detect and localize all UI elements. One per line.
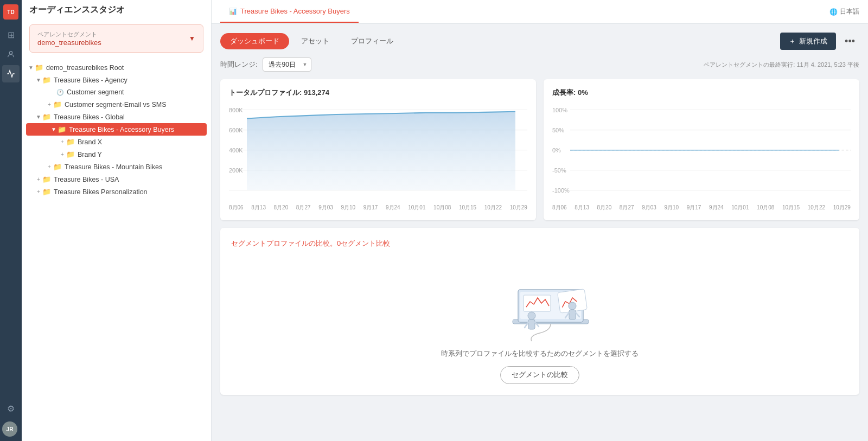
tree-item-usa[interactable]: + 📁 Treasure Bikes - USA bbox=[22, 173, 211, 186]
folder-icon: 📁 bbox=[35, 63, 43, 72]
new-button-label: 新規作成 bbox=[799, 36, 827, 46]
nav-home-icon[interactable]: ⊞ bbox=[2, 26, 20, 43]
chevron-down-icon: ▼ bbox=[189, 35, 195, 42]
sub-tab-dashboard[interactable]: ダッシュボード bbox=[220, 33, 289, 49]
total-profiles-chart-card: トータルプロファイル: 913,274 800K 600K 400K 200K bbox=[220, 79, 536, 220]
tree-toggle-brand-y[interactable]: + bbox=[59, 151, 66, 158]
svg-text:-100%: -100% bbox=[552, 187, 570, 194]
tree-item-brand-x[interactable]: + 📁 Brand X bbox=[22, 136, 211, 148]
svg-text:-50%: -50% bbox=[552, 167, 566, 174]
time-range-row: 時間レンジ: 過去90日 過去30日 過去7日 ペアレントセグメントの最終実行:… bbox=[220, 57, 859, 72]
segment-tree: ▼ 📁 demo_treasurebikes Root ▼ 📁 Treasure… bbox=[22, 57, 211, 441]
folder-icon: 📁 bbox=[42, 76, 51, 84]
tree-toggle-mountain-bikes[interactable]: + bbox=[46, 163, 53, 171]
svg-text:0%: 0% bbox=[552, 147, 561, 154]
tree-toggle-email-sms[interactable]: + bbox=[46, 101, 53, 108]
tab-label: Treasure Bikes - Accessory Buyers bbox=[240, 7, 350, 15]
comparison-illustration bbox=[496, 268, 583, 338]
illustration-svg bbox=[496, 268, 605, 355]
tree-label-customer-segment: Customer segment bbox=[67, 88, 124, 96]
comparison-card: セグメントプロファイルの比較。0セグメント比較 bbox=[220, 228, 859, 395]
last-exec-label: ペアレントセグメントの最終実行: 11月 4. 2021, 5:23 平後 bbox=[704, 61, 859, 69]
total-chart-x-labels: 8月06 8月13 8月20 8月27 9月03 9月10 9月17 9月24 … bbox=[229, 204, 527, 212]
tree-item-email-sms[interactable]: + 📁 Customer segment-Email vs SMS bbox=[22, 98, 211, 111]
folder-icon: 📁 bbox=[42, 113, 51, 121]
folder-icon: 📁 bbox=[42, 175, 51, 183]
svg-text:50%: 50% bbox=[552, 127, 564, 133]
tree-item-personalization[interactable]: + 📁 Treasure Bikes Personalization bbox=[22, 186, 211, 198]
tree-toggle-accessory-buyers[interactable]: ▼ bbox=[50, 126, 58, 133]
comparison-subtitle: 0セグメント比較 bbox=[337, 239, 390, 247]
tree-toggle-agency[interactable]: ▼ bbox=[35, 76, 42, 84]
tree-label-email-sms: Customer segment-Email vs SMS bbox=[65, 101, 167, 108]
nav-rail: TD ⊞ ⚙ JR bbox=[0, 0, 22, 441]
plus-icon: ＋ bbox=[789, 36, 796, 46]
app-logo: TD bbox=[3, 4, 18, 20]
tree-toggle-global[interactable]: ▼ bbox=[35, 113, 42, 121]
time-range-select[interactable]: 過去90日 過去30日 過去7日 bbox=[263, 57, 311, 72]
nav-avatar: JR bbox=[2, 421, 17, 437]
growth-rate-chart-card: 成長率: 0% 100% 50% 0% -50% -100 bbox=[544, 79, 859, 220]
tree-label-root: demo_treasurebikes Root bbox=[46, 64, 124, 72]
folder-icon: 📁 bbox=[66, 150, 75, 158]
time-range-label: 時間レンジ: bbox=[220, 60, 257, 69]
nav-users-icon[interactable] bbox=[2, 46, 20, 63]
growth-chart-x-labels: 8月06 8月13 8月20 8月27 9月03 9月10 9月17 9月24 … bbox=[552, 204, 851, 212]
sub-tab-profile[interactable]: プロフィール bbox=[341, 33, 403, 49]
tab-chart-icon: 📊 bbox=[229, 8, 237, 15]
folder-icon: 📁 bbox=[53, 163, 62, 171]
main-tab-accessory-buyers[interactable]: 📊 Treasure Bikes - Accessory Buyers bbox=[220, 1, 359, 23]
svg-rect-24 bbox=[524, 295, 551, 311]
tree-toggle-personalization[interactable]: + bbox=[35, 188, 42, 196]
tree-item-agency[interactable]: ▼ 📁 Treasure Bikes - Agency bbox=[22, 74, 211, 86]
tree-item-root[interactable]: ▼ 📁 demo_treasurebikes Root bbox=[22, 61, 211, 74]
tree-label-personalization: Treasure Bikes Personalization bbox=[54, 188, 148, 196]
svg-rect-31 bbox=[569, 310, 576, 319]
total-profiles-chart-area: 800K 600K 400K 200K bbox=[229, 104, 527, 202]
tree-item-mountain-bikes[interactable]: + 📁 Treasure Bikes - Mountain Bikes bbox=[22, 161, 211, 173]
svg-text:800K: 800K bbox=[229, 107, 243, 113]
language-selector[interactable]: 🌐 日本語 bbox=[829, 7, 859, 16]
tree-label-agency: Treasure Bikes - Agency bbox=[54, 76, 127, 84]
folder-icon-active: 📁 bbox=[58, 125, 66, 133]
comparison-description: 時系列でプロファイルを比較するためのセグメントを選択する bbox=[441, 349, 639, 359]
tree-toggle-brand-x[interactable]: + bbox=[59, 138, 66, 146]
tree-label-global: Treasure Bikes - Global bbox=[54, 113, 125, 121]
tree-toggle-root[interactable]: ▼ bbox=[27, 64, 35, 72]
sub-tab-assets[interactable]: アセット bbox=[291, 33, 339, 49]
growth-rate-chart-area: 100% 50% 0% -50% -100% bbox=[552, 104, 851, 202]
svg-text:100%: 100% bbox=[552, 107, 568, 113]
svg-text:200K: 200K bbox=[229, 167, 243, 174]
tree-item-customer-segment[interactable]: 🕐 Customer segment bbox=[22, 86, 211, 98]
svg-point-30 bbox=[569, 302, 576, 310]
content-area: ダッシュボード アセット プロフィール ＋ 新規作成 ••• 時間レンジ: 過去… bbox=[212, 24, 868, 441]
tree-toggle-usa[interactable]: + bbox=[35, 176, 42, 183]
new-create-button[interactable]: ＋ 新規作成 bbox=[780, 33, 836, 50]
folder-icon: 📁 bbox=[53, 100, 62, 108]
parent-segment-selector[interactable]: ペアレントセグメント demo_treasurebikes ▼ bbox=[29, 24, 203, 53]
total-profiles-svg: 800K 600K 400K 200K bbox=[229, 104, 527, 202]
tree-label-mountain-bikes: Treasure Bikes - Mountain Bikes bbox=[65, 163, 162, 171]
tree-item-global[interactable]: ▼ 📁 Treasure Bikes - Global bbox=[22, 111, 211, 123]
svg-point-0 bbox=[9, 52, 12, 54]
tree-item-accessory-buyers[interactable]: ▼ 📁 Treasure Bikes - Accessory Buyers bbox=[26, 123, 207, 136]
tree-label-brand-y: Brand Y bbox=[78, 151, 102, 158]
tree-toggle-empty bbox=[49, 88, 56, 96]
growth-rate-svg: 100% 50% 0% -50% -100% bbox=[552, 104, 851, 202]
svg-text:600K: 600K bbox=[229, 127, 243, 133]
comparison-title-text: セグメントプロファイルの比較。 bbox=[231, 239, 337, 247]
folder-icon: 📁 bbox=[42, 188, 51, 196]
comparison-title: セグメントプロファイルの比較。0セグメント比較 bbox=[231, 239, 390, 248]
tree-item-brand-y[interactable]: + 📁 Brand Y bbox=[22, 148, 211, 161]
tree-label-accessory-buyers: Treasure Bikes - Accessory Buyers bbox=[69, 126, 174, 133]
charts-row: トータルプロファイル: 913,274 800K 600K 400K 200K bbox=[220, 79, 859, 220]
more-options-button[interactable]: ••• bbox=[840, 34, 859, 49]
svg-point-26 bbox=[528, 312, 535, 319]
sidebar: オーディエンススタジオ ペアレントセグメント demo_treasurebike… bbox=[22, 0, 212, 441]
lang-label: 日本語 bbox=[840, 7, 859, 16]
nav-settings-icon[interactable]: ⚙ bbox=[2, 400, 20, 417]
folder-icon: 📁 bbox=[66, 138, 75, 146]
tree-label-usa: Treasure Bikes - USA bbox=[54, 176, 119, 183]
nav-chart-icon[interactable] bbox=[2, 65, 20, 82]
compare-segments-button[interactable]: セグメントの比較 bbox=[500, 366, 579, 384]
